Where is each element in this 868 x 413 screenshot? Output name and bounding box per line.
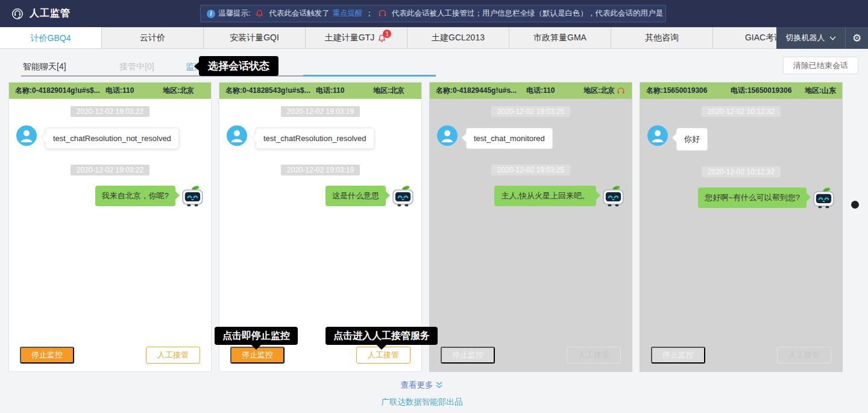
user-message-row: 你好 [640,125,842,151]
user-region: 地区:北京 [583,86,616,96]
tab-other[interactable]: 其他咨询 [611,27,713,48]
tab-gma[interactable]: 市政算量GMA [509,27,611,48]
tip-label: 温馨提示: [218,8,250,19]
bot-message-bubble: 这是什么意思 [326,186,386,206]
tab-gcl2013[interactable]: 土建GCL2013 [407,27,509,48]
callout-session-status: 选择会话状态 [199,56,278,76]
app-header: 人工监管 i 温馨提示: 代表此会话触发了 重点提醒 ； 代表此会话被人工接管过… [0,0,868,27]
stop-monitoring-button[interactable]: 停止监控 [651,347,705,364]
tab-label: 其他咨询 [645,33,679,43]
scroll-indicator-dot [851,201,859,209]
view-more-label: 查看更多 [401,380,433,389]
chat-transcript[interactable]: 2020-12-02 19:03:19 test_chatResolution_… [219,99,421,347]
tab-label: 市政算量GMA [533,33,587,43]
tip-sep: ； [365,8,373,19]
app-logo: 人工监管 [0,7,71,20]
callout-arrow [251,345,261,350]
bot-message-row: 主人,快从火星上回来吧。 [430,185,632,207]
user-info-bar: 名称:0-41829445g!u#s... 电话:110 地区:北京 [430,83,632,99]
timestamp: 2020-12-02 19:03:22 [71,165,149,175]
user-name: 名称:0-41828543g!u#s$... [225,86,316,96]
manual-takeover-button[interactable]: 人工接管 [777,347,831,364]
timestamp: 2020-12-02 19:03:25 [491,106,570,117]
subtab-smart-chat[interactable]: 智能聊天[4] [23,61,66,72]
chat-transcript[interactable]: 2020-12-02 19:03:22 test_chatResolution_… [9,99,211,347]
user-message-bubble: test_chat_monitored [466,128,553,149]
user-avatar [437,125,458,146]
timestamp: 2020-12-02 19:03:19 [281,106,360,117]
user-message-row: test_chat_monitored [430,125,632,149]
chat-transcript[interactable]: 2020-12-02 10:12:32 你好 2020-12-02 10:12:… [640,99,842,347]
robot-switcher-button[interactable]: 切换机器人 [776,27,845,49]
tab-cloud-pricing[interactable]: 云计价 [102,27,204,48]
footer-credit: 广联达数据智能部出品 [0,397,844,408]
card-actions: 停止监控 人工接管 [219,347,421,371]
page-title: 人工监管 [30,7,71,20]
user-message-bubble: test_chatResolution_not_resolved [45,128,179,149]
tab-label: 土建GCL2013 [432,33,485,43]
bot-message-row: 我来自北京，你呢? [9,185,211,207]
alert-count-badge: 1 [383,30,391,38]
manual-takeover-button[interactable]: 人工接管 [146,347,200,364]
clear-ended-sessions-button[interactable]: 清除已结束会话 [783,57,858,74]
user-phone: 电话:110 [526,86,583,96]
user-region: 地区:北京 [163,86,205,96]
bot-message-row: 这是什么意思 [219,185,421,207]
tab-label: 计价GBQ4 [31,33,71,44]
robot-switcher-label: 切换机器人 [786,33,825,43]
bell-icon [254,8,265,19]
user-info-bar: 名称:0-41828543g!u#s$... 电话:110 地区:北京 [219,83,421,99]
user-region: 地区:北京 [373,86,415,96]
user-name: 名称:0-41829014g!u#s$... [15,86,105,96]
timestamp: 2020-12-02 19:03:25 [491,165,570,175]
user-phone: 电话:15650019306 [731,86,805,96]
chevron-down-icon [829,36,836,40]
settings-gear-button[interactable]: ⚙ [845,27,868,49]
session-card-3: 名称:0-41829445g!u#s... 电话:110 地区:北京 2020-… [429,82,632,372]
stop-monitoring-button[interactable]: 停止监控 [20,347,74,364]
bot-message-bubble: 我来自北京，你呢? [95,186,175,206]
tip-seg1: 代表此会话触发了 [269,8,329,19]
tip-bar: i 温馨提示: 代表此会话触发了 重点提醒 ； 代表此会话被人工接管过；用户信息… [200,5,666,22]
bot-message-row: 您好啊~有什么可以帮到您? [640,187,842,209]
callout-stop-monitoring: 点击即停止监控 [215,327,298,345]
headset-logo-icon [11,7,24,20]
user-info-bar: 名称:0-41829014g!u#s$... 电话:110 地区:北京 [9,83,211,99]
tab-gbq4[interactable]: 计价GBQ4 [0,27,102,48]
user-message-row: test_chatResolution_resolved [219,125,421,149]
robot-avatar [812,187,836,209]
user-message-bubble: 你好 [676,128,708,151]
user-info-bar: 名称:15650019306 电话:15650019306 地区:山东 [640,83,842,99]
callout-text: 选择会话状态 [208,60,269,72]
subtab-active-underline [303,75,436,77]
bell-alert-icon: 1 [377,32,388,44]
callout-manual-takeover: 点击进入人工接管服务 [326,327,438,345]
tip-link-highlight[interactable]: 重点提醒 [332,8,362,19]
subtab-taken-over[interactable]: 接管中[0] [119,61,154,72]
user-phone: 电话:110 [105,86,163,96]
user-avatar [16,125,37,146]
view-more-link[interactable]: 查看更多 [0,380,844,391]
stop-monitoring-button[interactable]: 停止监控 [441,347,495,364]
manual-takeover-button[interactable]: 人工接管 [567,347,621,364]
tab-gqi[interactable]: 安装计量GQI [204,27,306,48]
timestamp: 2020-12-02 10:12:32 [702,166,781,177]
user-phone: 电话:110 [316,86,373,96]
timestamp: 2020-12-02 19:03:19 [281,165,360,175]
takeover-headset-icon [616,86,626,96]
double-chevron-down-icon [435,382,443,389]
user-avatar [647,125,668,146]
robot-avatar [181,185,205,207]
tab-label: 土建计量GTJ [325,33,374,43]
tab-gtj[interactable]: 土建计量GTJ 1 [306,27,407,48]
chat-transcript[interactable]: 2020-12-02 19:03:25 test_chat_monitored … [430,99,632,347]
bot-message-bubble: 您好啊~有什么可以帮到您? [698,188,807,208]
callout-arrow [377,345,386,350]
session-card-4: 名称:15650019306 电话:15650019306 地区:山东 2020… [640,82,843,372]
main-area: 智能聊天[4] 接管中[0] 监控中[8] 选择会话状态 清除已结束会话 名称:… [0,49,868,413]
card-actions: 停止监控 人工接管 [640,347,842,371]
session-card-1: 名称:0-41829014g!u#s$... 电话:110 地区:北京 2020… [8,82,212,372]
card-actions: 停止监控 人工接管 [430,347,632,371]
product-tab-bar: 计价GBQ4 云计价 安装计量GQI 土建计量GTJ 1 土建GCL2013 市… [0,27,868,49]
callout-arrow [194,62,199,71]
